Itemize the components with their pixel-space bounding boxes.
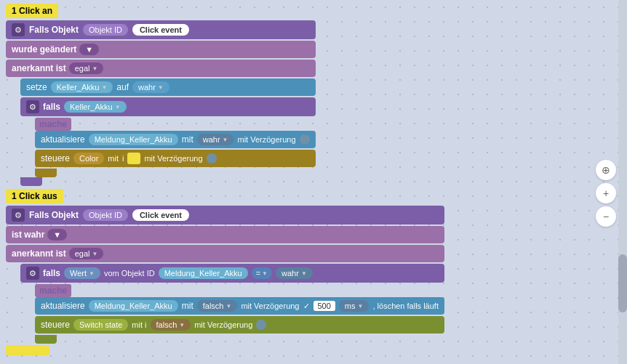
- mit-label-1: mit: [182, 134, 193, 145]
- falls-block-1: ⚙ falls Keller_Akku ▼: [20, 97, 316, 116]
- yellow-bottom: [6, 345, 444, 355]
- nav-buttons: ⊕ + −: [596, 160, 616, 227]
- ist-wahr-block: ist wahr ▼: [6, 226, 444, 243]
- mit-label-2: mit: [182, 301, 193, 311]
- end-tab-steuere: [35, 169, 57, 177]
- mit-verzogerung-label-2: mit Verzögerung: [241, 302, 299, 310]
- aktualisiere-block-2: aktualisiere Meldung_Keller_Akku mit fal…: [35, 297, 444, 315]
- egal-dropdown-1[interactable]: egal ▼: [69, 62, 104, 74]
- mit-verzogerung-switch: mit Verzögerung: [194, 320, 252, 329]
- auf-label: auf: [116, 82, 129, 92]
- falls-label-1: falls: [43, 102, 60, 112]
- ms-pill[interactable]: ms ▼: [339, 300, 370, 312]
- aktualisiere-block-1: aktualisiere Meldung_Keller_Akku mit wah…: [35, 131, 316, 148]
- color-label[interactable]: Color: [73, 153, 104, 164]
- plus-nav-btn[interactable]: +: [596, 183, 616, 203]
- section-header-click-an: 1 Click an: [6, 4, 58, 18]
- falls-block-2: ⚙ falls Wert ▼ vom Objekt ID Meldung_Kel…: [20, 264, 444, 283]
- gear-icon-falls-1: ⚙: [26, 100, 39, 113]
- anerkannt-ist-block-2: anerkannt ist egal ▼: [6, 245, 444, 262]
- ist-wahr-dropdown[interactable]: ▼: [47, 229, 67, 240]
- click-event-pill-2[interactable]: Click event: [132, 209, 189, 221]
- minus-icon: −: [603, 211, 609, 222]
- section-click-an: 1 Click an ⚙ Falls Objekt Objekt ID Clic…: [6, 4, 316, 186]
- falls-label-2: falls: [43, 268, 60, 278]
- with-i-label: i: [122, 154, 124, 163]
- anerkannt-ist-block: anerkannt ist egal ▼: [6, 60, 316, 77]
- plus-icon: +: [603, 187, 609, 199]
- num-500-box[interactable]: 500: [314, 301, 335, 311]
- mit-verzogerung-label-1: mit Verzögerung: [237, 135, 295, 144]
- keller-akku-var-pill[interactable]: Keller_Akku ▼: [51, 81, 113, 93]
- end-tab-steuere-2: [35, 335, 57, 344]
- wurde-geandert-dropdown[interactable]: ▼: [79, 44, 99, 55]
- gear-icon-2: ⚙: [12, 209, 25, 222]
- objekt-id-connector-2: Objekt ID: [83, 209, 128, 221]
- mache-label-1: mache: [6, 118, 316, 131]
- falls-objekt-block-1: ⚙ Falls Objekt Objekt ID Click event: [6, 20, 316, 39]
- vom-objekt-id-label: vom Objekt ID: [104, 269, 155, 278]
- anerkannt-ist-label: anerkannt ist: [12, 63, 66, 73]
- minus-nav-btn[interactable]: −: [596, 206, 616, 227]
- mit-i-label-2: mit i: [132, 320, 146, 329]
- steuere-label-1: steuere: [41, 153, 70, 163]
- falls-objekt-block-2: ⚙ Falls Objekt Objekt ID Click event: [6, 206, 444, 225]
- wert-pill[interactable]: Wert ▼: [64, 267, 100, 279]
- wahr-select-1[interactable]: wahr ▼: [197, 134, 234, 145]
- meldung-keller-pill-3[interactable]: Meldung_Keller_Akku: [89, 300, 178, 312]
- aktualisiere-label-2: aktualisiere: [41, 301, 85, 311]
- color-box-yellow[interactable]: [127, 153, 140, 164]
- loschen-label: , löschen falls läuft: [372, 302, 439, 310]
- mache-label-text-2: mache: [35, 284, 71, 297]
- objekt-id-connector-1: Objekt ID: [83, 24, 128, 36]
- falsch-switch-pill[interactable]: falsch ▼: [151, 319, 191, 331]
- wahr-pill-setze[interactable]: wahr ▼: [132, 81, 169, 93]
- wahr-select-2[interactable]: wahr ▼: [276, 267, 313, 279]
- falls-objekt-label-1: Falls Objekt: [29, 25, 79, 35]
- mache-section-1: aktualisiere Meldung_Keller_Akku mit wah…: [35, 131, 316, 177]
- click-event-pill-1[interactable]: Click event: [132, 24, 189, 36]
- keller-akku-falls-pill[interactable]: Keller_Akku ▼: [64, 101, 127, 113]
- falls-objekt-label-2: Falls Objekt: [29, 210, 79, 220]
- switch-state-pill[interactable]: Switch state: [73, 319, 128, 331]
- steuere-switch-block: steuere Switch state mit i falsch ▼ mit …: [35, 316, 444, 333]
- wurde-geandert-label: wurde geändert: [12, 44, 76, 54]
- verz-dot-switch: [256, 320, 266, 330]
- mache-label-2: mache: [6, 284, 444, 297]
- scrollbar-thumb[interactable]: [618, 254, 627, 312]
- gear-icon-falls-2: ⚙: [26, 267, 39, 280]
- setze-block: setze Keller_Akku ▼ auf wahr ▼: [20, 78, 316, 96]
- scrollbar-right[interactable]: [618, 0, 627, 364]
- falsch-select[interactable]: falsch ▼: [197, 300, 238, 312]
- checkmark-label: ✓: [303, 302, 310, 311]
- meldung-keller-pill-2[interactable]: Meldung_Keller_Akku: [159, 267, 248, 279]
- anerkannt-ist-label-2: anerkannt ist: [12, 248, 66, 259]
- mache-section-2: aktualisiere Meldung_Keller_Akku mit fal…: [35, 297, 444, 344]
- crosshair-nav-btn[interactable]: ⊕: [596, 160, 616, 180]
- steuere-color-block: steuere Color mit i mit Verzögerung: [35, 150, 316, 167]
- aktualisiere-label-1: aktualisiere: [41, 134, 85, 145]
- verz-dot-1: [300, 134, 310, 145]
- equals-pill[interactable]: = ▼: [252, 267, 272, 279]
- section-header-click-aus: 1 Click aus: [6, 189, 63, 203]
- steuere-label-2: steuere: [41, 320, 70, 330]
- mit-verzogerung-color: mit Verzögerung: [144, 154, 202, 163]
- wurde-geandert-block: wurde geändert ▼: [6, 41, 316, 58]
- meldung-keller-pill-1[interactable]: Meldung_Keller_Akku: [89, 134, 178, 145]
- ist-wahr-label: ist wahr: [12, 230, 44, 240]
- section-click-aus: 1 Click aus ⚙ Falls Objekt Objekt ID Cli…: [6, 189, 444, 355]
- gear-icon-1: ⚙: [12, 23, 25, 36]
- verz-dot-color: [207, 153, 217, 163]
- crosshair-icon: ⊕: [602, 164, 610, 176]
- mit-label-color: mit: [108, 154, 119, 163]
- setze-label: setze: [26, 82, 47, 92]
- egal-dropdown-2[interactable]: egal ▼: [69, 248, 104, 259]
- end-tab-falls-1: [20, 177, 316, 186]
